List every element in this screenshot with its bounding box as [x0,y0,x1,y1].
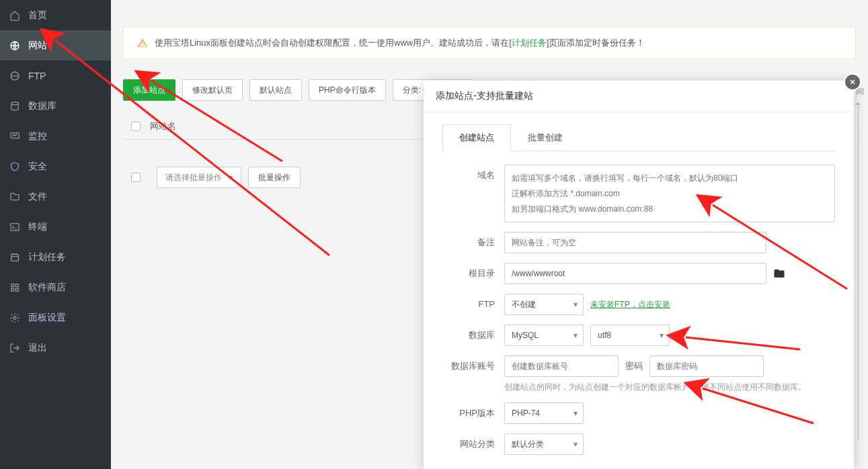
label-ftp: FTP [442,294,504,315]
svg-point-2 [11,102,19,105]
select-all-checkbox[interactable] [131,122,141,131]
sidebar-item-label: 网站 [28,40,47,52]
sidebar-item-logout[interactable]: 退出 [0,333,111,363]
sidebar-item-label: 软件商店 [28,282,66,294]
svg-rect-9 [15,288,18,291]
db-hint-text: 创建站点的同时，为站点创建一个对应的数据库帐户，*便不同站点使用不同数据库。 [504,381,806,393]
sidebar-item-label: 首页 [28,9,47,22]
apps-icon [9,282,20,293]
sidebar-item-label: 安全 [28,161,47,173]
database-icon [9,101,20,112]
globe-icon [9,40,20,51]
site-category-select[interactable]: 默认分类▾ [504,433,584,455]
modal-form: 域名 备注 根目录 FTP 不创建▾ [424,151,854,469]
caret-down-icon: ▾ [229,173,233,182]
label-root: 根目录 [442,263,504,284]
notice-text: 使用宝塔Linux面板创建站点时会自动创建权限配置，统一使用www用户。建站成功… [155,37,645,49]
svg-rect-6 [11,284,14,286]
sidebar-item-label: 文件 [28,191,47,203]
sidebar-item-monitor[interactable]: 监控 [0,121,111,151]
label-remark: 备注 [442,232,504,253]
tab-batch-create[interactable]: 批量创建 [511,124,580,151]
logout-icon [9,343,20,353]
add-site-modal: 添加站点-支持批量建站 创建站点 批量创建 域名 备注 根目录 [424,81,854,469]
caret-down-icon: ▾ [574,409,578,418]
sidebar-item-website[interactable]: 网站 [0,30,111,60]
sidebar-item-home[interactable]: 首页 [0,0,111,30]
svg-rect-7 [15,284,18,286]
gear-icon [9,312,20,323]
root-input[interactable] [504,263,766,284]
modal-close-button[interactable] [844,73,861,91]
svg-rect-8 [11,288,14,291]
svg-point-10 [13,316,16,319]
sidebar-item-label: FTP [28,71,46,81]
caret-down-icon: ▾ [660,331,664,340]
sidebar-item-label: 监控 [28,130,47,142]
folder-icon [9,191,20,202]
sidebar-item-label: 数据库 [28,100,56,112]
label-php: PHP版本 [442,402,504,424]
sidebar-item-database[interactable]: 数据库 [0,91,111,121]
monitor-icon [9,131,20,142]
sidebar-item-schedule[interactable]: 计划任务 [0,242,111,272]
caret-down-icon: ▾ [574,439,578,449]
modal-title: 添加站点-支持批量建站 [424,81,854,112]
label-db: 数据库 [442,325,504,346]
sidebar-item-terminal[interactable]: 终端 [0,212,111,242]
sidebar-item-label: 退出 [28,342,47,354]
column-header-name[interactable]: 网站名 [150,120,176,132]
svg-rect-5 [11,254,19,261]
sidebar-item-store[interactable]: 软件商店 [0,272,111,302]
warning-icon [137,38,148,48]
sidebar-item-security[interactable]: 安全 [0,151,111,181]
label-db-account: 数据库账号 [442,355,504,377]
domain-textarea[interactable] [504,165,835,222]
db-charset-select[interactable]: utf8▾ [590,325,670,346]
default-site-button[interactable]: 默认站点 [249,79,302,101]
svg-rect-4 [11,223,19,230]
tab-create-site[interactable]: 创建站点 [442,124,511,151]
terminal-icon [9,222,20,232]
sidebar-item-label: 面板设置 [28,312,66,324]
sidebar: 首页 网站 FTP 数据库 监控 安全 文件 终端 计划任务 软件商店 面板设置 [0,0,111,469]
sidebar-item-label: 终端 [28,221,47,233]
caret-down-icon: ▾ [574,331,578,340]
batch-select[interactable]: 请选择批量操作▾ [157,167,241,188]
shield-icon [9,161,20,172]
sidebar-item-settings[interactable]: 面板设置 [0,302,111,333]
db-password-input[interactable] [649,355,764,377]
sidebar-item-label: 计划任务 [28,251,66,263]
notice-banner: 使用宝塔Linux面板创建站点时会自动创建权限配置，统一使用www用户。建站成功… [123,27,856,59]
sidebar-item-ftp[interactable]: FTP [0,60,111,91]
batch-op-button[interactable]: 批量操作 [248,167,301,188]
sidebar-item-files[interactable]: 文件 [0,181,111,212]
globe2-icon [9,71,20,81]
label-domain: 域名 [442,165,504,186]
folder-browse-icon[interactable] [773,267,785,280]
batch-checkbox[interactable] [131,173,141,182]
schedule-icon [9,252,20,263]
caret-down-icon: ▾ [574,300,578,309]
home-icon [9,10,20,21]
label-category: 网站分类 [442,433,504,455]
modal-tabs: 创建站点 批量创建 [442,124,835,151]
db-type-select[interactable]: MySQL▾ [504,325,584,346]
modify-default-button[interactable]: 修改默认页 [182,79,243,101]
php-version-select[interactable]: PHP-74▾ [504,402,584,424]
ftp-select[interactable]: 不创建▾ [504,294,584,315]
remark-input[interactable] [504,232,766,253]
label-password: 密码 [625,360,643,372]
db-account-input[interactable] [504,355,619,377]
ftp-install-link[interactable]: 未安装FTP，点击安装 [590,299,670,310]
php-cli-button[interactable]: PHP命令行版本 [309,79,386,101]
add-site-button[interactable]: 添加站点 [123,79,175,101]
notice-link[interactable]: 计划任务 [512,38,547,48]
